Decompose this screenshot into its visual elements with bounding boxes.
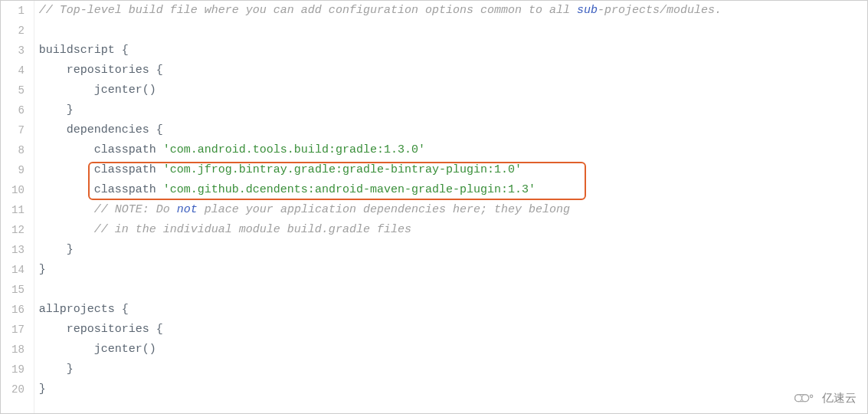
cloud-logo-icon: [791, 389, 817, 407]
line-number: 8: [11, 140, 25, 160]
line-number: 20: [11, 380, 25, 399]
code-line[interactable]: dependencies {: [39, 120, 867, 140]
code-line[interactable]: classpath 'com.jfrog.bintray.gradle:grad…: [39, 160, 867, 180]
line-number: 1: [11, 1, 25, 21]
comment-text: place your application dependencies here…: [198, 203, 570, 216]
line-number: 19: [11, 360, 25, 380]
code-text: classpath: [39, 163, 163, 176]
string-literal: 'com.jfrog.bintray.gradle:gradle-bintray…: [163, 163, 522, 176]
line-number: 16: [11, 300, 25, 320]
code-line[interactable]: }: [39, 360, 867, 380]
code-editor[interactable]: 1 2 3 4 5 6 7 8 9 10 11 12 13 14 15 16 1…: [1, 1, 867, 413]
code-line[interactable]: classpath 'com.android.tools.build:gradl…: [39, 140, 867, 160]
line-number: 17: [11, 320, 25, 340]
code-line[interactable]: buildscript {: [39, 41, 867, 61]
line-number: 4: [11, 61, 25, 80]
code-line[interactable]: [39, 21, 867, 41]
line-number: 14: [11, 260, 25, 280]
code-text: classpath: [39, 183, 163, 196]
code-line[interactable]: }: [39, 380, 867, 399]
line-number: 5: [11, 80, 25, 100]
watermark: 亿速云: [791, 389, 857, 407]
line-number: 6: [11, 100, 25, 120]
code-line[interactable]: // Top-level build file where you can ad…: [39, 1, 867, 21]
line-number: 13: [11, 240, 25, 260]
line-number: 10: [11, 180, 25, 200]
keyword-not: not: [177, 203, 198, 216]
code-line[interactable]: [39, 280, 867, 300]
line-number: 3: [11, 41, 25, 61]
line-number: 11: [11, 200, 25, 220]
line-number: 7: [11, 120, 25, 140]
code-line[interactable]: jcenter(): [39, 340, 867, 360]
watermark-text: 亿速云: [822, 391, 857, 406]
string-literal: 'com.github.dcendents:android-maven-grad…: [163, 183, 536, 196]
line-number-gutter: 1 2 3 4 5 6 7 8 9 10 11 12 13 14 15 16 1…: [1, 1, 34, 413]
code-line[interactable]: repositories {: [39, 320, 867, 340]
line-number: 12: [11, 220, 25, 240]
line-number: 9: [11, 160, 25, 180]
code-line[interactable]: // NOTE: Do not place your application d…: [39, 200, 867, 220]
code-line[interactable]: classpath 'com.github.dcendents:android-…: [39, 180, 867, 200]
code-line[interactable]: // in the individual module build.gradle…: [39, 220, 867, 240]
comment-text: -projects/modules.: [598, 4, 722, 17]
code-line[interactable]: repositories {: [39, 61, 867, 80]
code-line[interactable]: jcenter(): [39, 80, 867, 100]
code-content[interactable]: // Top-level build file where you can ad…: [34, 1, 867, 413]
code-line[interactable]: allprojects {: [39, 300, 867, 320]
keyword-sub: sub: [577, 4, 598, 17]
comment-text: // Top-level build file where you can ad…: [39, 4, 577, 17]
code-text: classpath: [39, 143, 163, 156]
line-number: 18: [11, 340, 25, 360]
code-line[interactable]: }: [39, 240, 867, 260]
line-number: 2: [11, 21, 25, 41]
string-literal: 'com.android.tools.build:gradle:1.3.0': [163, 143, 425, 156]
line-number: 15: [11, 280, 25, 300]
code-line[interactable]: }: [39, 100, 867, 120]
code-line[interactable]: }: [39, 260, 867, 280]
comment-text: // NOTE: Do: [39, 203, 177, 216]
svg-point-2: [810, 395, 812, 397]
